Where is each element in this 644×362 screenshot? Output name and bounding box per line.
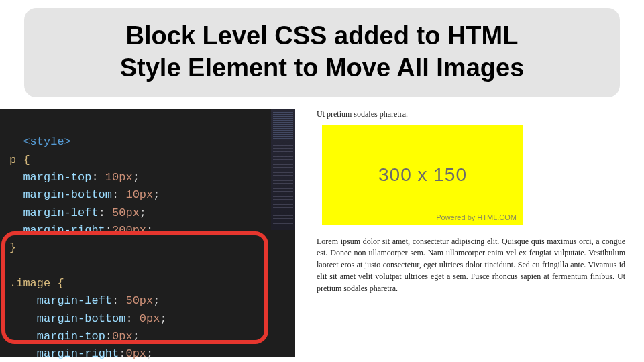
slide-title: Block Level CSS added to HTML Style Elem… — [24, 8, 620, 97]
image-placeholder: 300 x 150 Powered by HTML.COM — [322, 125, 523, 225]
code-line: p { — [9, 154, 30, 166]
placeholder-credit: Powered by HTML.COM — [436, 213, 517, 221]
preview-pane: Ut pretium sodales pharetra. 300 x 150 P… — [295, 109, 644, 357]
lorem-paragraph: Lorem ipsum dolor sit amet, consectetur … — [317, 236, 625, 294]
code-line: } — [9, 241, 16, 254]
code-editor-pane: <style> p { margin-top: 10px; margin-bot… — [0, 109, 295, 357]
preview-top-text: Ut pretium sodales pharetra. — [317, 109, 625, 119]
code-line: margin-left: 50px; — [9, 206, 146, 219]
title-line-2: Style Element to Move All Images — [40, 52, 604, 84]
selector-p: p { — [9, 154, 30, 166]
code-line: margin-right:200px; — [9, 224, 153, 237]
editor-minimap — [271, 109, 295, 230]
code-line: margin-bottom: 0px; — [9, 312, 167, 325]
code-line: margin-bottom: 10px; — [9, 188, 160, 201]
title-line-1: Block Level CSS added to HTML — [40, 20, 604, 52]
selector-image: .image { — [9, 277, 64, 290]
content-row: <style> p { margin-top: 10px; margin-bot… — [0, 109, 644, 357]
code-line: margin-left: 50px; — [9, 294, 160, 307]
code-line: <style> — [9, 135, 71, 148]
code-line: margin-top: 10px; — [9, 171, 140, 184]
code-line: margin-top:0px; — [9, 330, 140, 343]
placeholder-dimensions: 300 x 150 — [378, 164, 467, 186]
blank-line — [9, 259, 16, 272]
code-line: .image { — [9, 277, 64, 290]
code-line: margin-right:0px; — [9, 347, 153, 360]
code-editor: <style> p { margin-top: 10px; margin-bot… — [0, 109, 295, 357]
style-open-tag: <style> — [23, 135, 70, 148]
